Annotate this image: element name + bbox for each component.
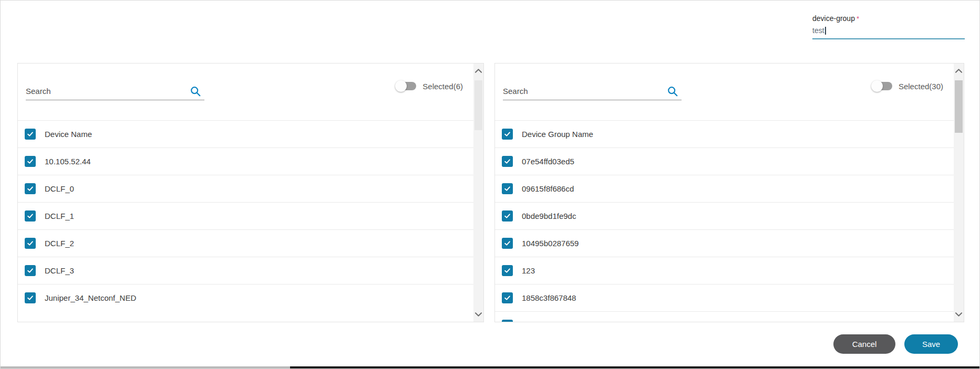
table-header-row[interactable]: Device Name <box>18 120 473 147</box>
table-row[interactable]: 07e54ffd03ed5 <box>495 147 954 175</box>
checkbox-checked[interactable] <box>502 292 513 303</box>
scrollbar-thumb[interactable] <box>474 80 482 130</box>
table-row[interactable]: 10495b0287659 <box>495 229 954 257</box>
device-group-field: device-group* test <box>812 14 965 39</box>
device-group-name-cell: 1c3bc93c933f3 <box>522 321 575 322</box>
device-list-panel: Selected(6) Device Name 10.105.52.44 DCL… <box>17 63 484 322</box>
bottom-edge-black <box>290 366 980 369</box>
checkbox-checked[interactable] <box>25 292 36 303</box>
table-row[interactable]: DCLF_0 <box>18 175 473 202</box>
device-group-list: Device Group Name 07e54ffd03ed5 09615f8f… <box>495 120 954 322</box>
scrollbar-thumb[interactable] <box>955 80 963 133</box>
table-row[interactable]: 09615f8f686cd <box>495 175 954 202</box>
device-search-input[interactable] <box>26 85 181 100</box>
search-icon[interactable] <box>190 86 201 97</box>
table-row[interactable]: Juniper_34_Netconf_NED <box>18 284 473 311</box>
device-group-list-panel: Selected(30) Device Group Name 07e54ffd0… <box>494 63 964 322</box>
table-header-row[interactable]: Device Group Name <box>495 120 954 147</box>
checkbox-checked[interactable] <box>25 183 36 194</box>
selected-count-label: Selected(6) <box>422 82 463 91</box>
column-header: Device Name <box>45 130 92 139</box>
select-all-checkbox[interactable] <box>25 129 36 140</box>
device-group-value: test <box>812 26 824 35</box>
device-name-cell: DCLF_3 <box>45 266 74 275</box>
toggle-knob <box>395 80 407 92</box>
bottom-edge-gray <box>1 366 290 369</box>
table-row[interactable]: 10.105.52.44 <box>18 147 473 175</box>
checkbox-checked[interactable] <box>502 320 513 322</box>
column-header: Device Group Name <box>522 130 593 139</box>
device-group-search-input[interactable] <box>503 85 658 100</box>
save-button[interactable]: Save <box>904 334 958 354</box>
checkbox-checked[interactable] <box>25 156 36 167</box>
chevron-up-icon[interactable] <box>954 66 964 76</box>
scrollbar[interactable] <box>473 64 483 322</box>
required-asterisk: * <box>857 15 859 23</box>
table-row-clipped[interactable]: 1c3bc93c933f3 <box>495 311 954 322</box>
checkbox-checked[interactable] <box>25 265 36 276</box>
device-group-label: device-group* <box>812 14 965 23</box>
device-group-name-cell: 1858c3f867848 <box>522 293 576 302</box>
device-group-name-cell: 09615f8f686cd <box>522 184 574 193</box>
checkbox-checked[interactable] <box>502 265 513 276</box>
device-name-cell: DCLF_2 <box>45 239 74 248</box>
selected-count-label: Selected(30) <box>899 82 943 91</box>
device-group-name-cell: 123 <box>522 266 535 275</box>
chevron-down-icon[interactable] <box>473 309 483 320</box>
table-row[interactable]: 0bde9bd1fe9dc <box>495 202 954 229</box>
device-name-cell: DCLF_0 <box>45 184 74 193</box>
select-all-checkbox[interactable] <box>502 129 513 140</box>
checkbox-checked[interactable] <box>502 156 513 167</box>
device-name-cell: DCLF_1 <box>45 212 74 220</box>
device-group-name-cell: 0bde9bd1fe9dc <box>522 212 576 220</box>
device-group-name-cell: 07e54ffd03ed5 <box>522 157 574 166</box>
selected-filter: Selected(30) <box>872 80 943 92</box>
selected-toggle[interactable] <box>396 82 416 90</box>
table-row[interactable]: DCLF_1 <box>18 202 473 229</box>
checkbox-checked[interactable] <box>502 210 513 222</box>
table-row[interactable]: 1858c3f867848 <box>495 284 954 311</box>
chevron-down-icon[interactable] <box>954 309 964 320</box>
device-group-search <box>503 85 682 100</box>
chevron-up-icon[interactable] <box>473 66 483 76</box>
device-search <box>26 85 204 100</box>
search-icon[interactable] <box>667 86 678 97</box>
cancel-button[interactable]: Cancel <box>833 334 895 354</box>
scrollbar[interactable] <box>954 64 964 322</box>
device-group-dialog: device-group* test Selected(6) Device Na… <box>0 0 980 369</box>
device-group-input[interactable]: test <box>812 25 965 36</box>
selected-filter: Selected(6) <box>396 80 463 92</box>
input-underline <box>812 38 965 39</box>
device-name-cell: Juniper_34_Netconf_NED <box>45 293 136 302</box>
text-cursor <box>825 27 826 35</box>
device-group-label-text: device-group <box>812 14 855 23</box>
table-row[interactable]: DCLF_2 <box>18 229 473 257</box>
checkbox-checked[interactable] <box>502 238 513 249</box>
device-name-cell: 10.105.52.44 <box>45 157 91 166</box>
selected-toggle[interactable] <box>872 82 892 90</box>
table-row[interactable]: 123 <box>495 257 954 284</box>
toggle-knob <box>871 80 883 92</box>
checkbox-checked[interactable] <box>25 210 36 222</box>
device-group-name-cell: 10495b0287659 <box>522 239 579 248</box>
table-row[interactable]: DCLF_3 <box>18 257 473 284</box>
device-list: Device Name 10.105.52.44 DCLF_0 DCLF_1 D… <box>18 120 473 311</box>
checkbox-checked[interactable] <box>25 238 36 249</box>
checkbox-checked[interactable] <box>502 183 513 194</box>
